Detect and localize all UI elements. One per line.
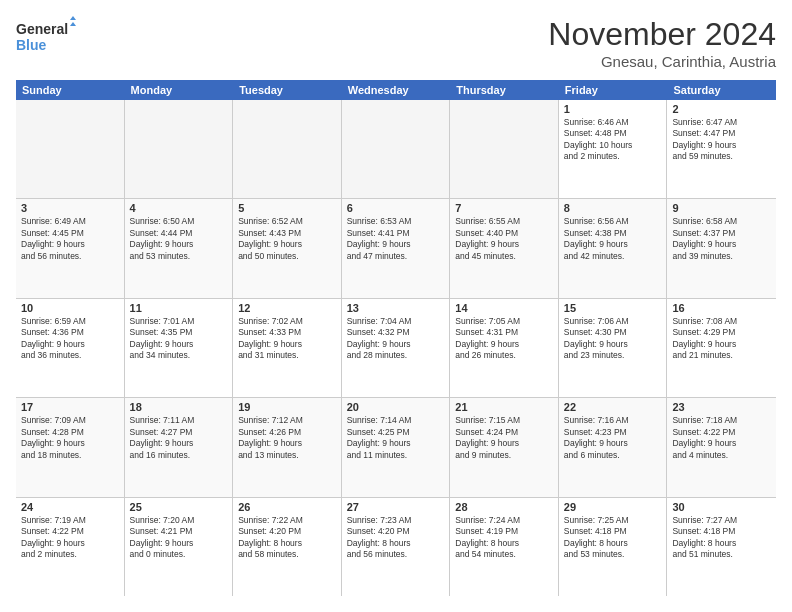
title-block: November 2024 Gnesau, Carinthia, Austria [548, 16, 776, 70]
day-info: Sunrise: 6:50 AMSunset: 4:44 PMDaylight:… [130, 216, 228, 262]
cal-cell-2-1: 11Sunrise: 7:01 AMSunset: 4:35 PMDayligh… [125, 299, 234, 397]
cal-cell-4-6: 30Sunrise: 7:27 AMSunset: 4:18 PMDayligh… [667, 498, 776, 596]
subtitle: Gnesau, Carinthia, Austria [548, 53, 776, 70]
cal-cell-3-2: 19Sunrise: 7:12 AMSunset: 4:26 PMDayligh… [233, 398, 342, 496]
day-info: Sunrise: 7:18 AMSunset: 4:22 PMDaylight:… [672, 415, 771, 461]
cal-cell-4-5: 29Sunrise: 7:25 AMSunset: 4:18 PMDayligh… [559, 498, 668, 596]
week-row-2: 10Sunrise: 6:59 AMSunset: 4:36 PMDayligh… [16, 299, 776, 398]
day-info: Sunrise: 6:53 AMSunset: 4:41 PMDaylight:… [347, 216, 445, 262]
day-number: 30 [672, 501, 771, 513]
day-info: Sunrise: 7:24 AMSunset: 4:19 PMDaylight:… [455, 515, 553, 561]
day-info: Sunrise: 6:59 AMSunset: 4:36 PMDaylight:… [21, 316, 119, 362]
day-info: Sunrise: 7:15 AMSunset: 4:24 PMDaylight:… [455, 415, 553, 461]
cal-cell-3-5: 22Sunrise: 7:16 AMSunset: 4:23 PMDayligh… [559, 398, 668, 496]
week-row-1: 3Sunrise: 6:49 AMSunset: 4:45 PMDaylight… [16, 199, 776, 298]
day-info: Sunrise: 7:25 AMSunset: 4:18 PMDaylight:… [564, 515, 662, 561]
cal-cell-1-2: 5Sunrise: 6:52 AMSunset: 4:43 PMDaylight… [233, 199, 342, 297]
header-day-3: Wednesday [342, 80, 451, 100]
cal-cell-0-4 [450, 100, 559, 198]
header-day-4: Thursday [450, 80, 559, 100]
header-day-0: Sunday [16, 80, 125, 100]
svg-text:General: General [16, 21, 68, 37]
day-number: 25 [130, 501, 228, 513]
day-number: 16 [672, 302, 771, 314]
day-number: 6 [347, 202, 445, 214]
calendar: SundayMondayTuesdayWednesdayThursdayFrid… [16, 80, 776, 596]
day-number: 10 [21, 302, 119, 314]
day-number: 21 [455, 401, 553, 413]
day-number: 7 [455, 202, 553, 214]
cal-cell-2-3: 13Sunrise: 7:04 AMSunset: 4:32 PMDayligh… [342, 299, 451, 397]
cal-cell-3-1: 18Sunrise: 7:11 AMSunset: 4:27 PMDayligh… [125, 398, 234, 496]
day-number: 29 [564, 501, 662, 513]
cal-cell-0-6: 2Sunrise: 6:47 AMSunset: 4:47 PMDaylight… [667, 100, 776, 198]
day-info: Sunrise: 7:16 AMSunset: 4:23 PMDaylight:… [564, 415, 662, 461]
day-number: 26 [238, 501, 336, 513]
week-row-3: 17Sunrise: 7:09 AMSunset: 4:28 PMDayligh… [16, 398, 776, 497]
cal-cell-3-3: 20Sunrise: 7:14 AMSunset: 4:25 PMDayligh… [342, 398, 451, 496]
day-number: 13 [347, 302, 445, 314]
cal-cell-4-4: 28Sunrise: 7:24 AMSunset: 4:19 PMDayligh… [450, 498, 559, 596]
cal-cell-4-2: 26Sunrise: 7:22 AMSunset: 4:20 PMDayligh… [233, 498, 342, 596]
day-info: Sunrise: 7:11 AMSunset: 4:27 PMDaylight:… [130, 415, 228, 461]
svg-marker-2 [70, 16, 76, 20]
day-number: 17 [21, 401, 119, 413]
cal-cell-0-1 [125, 100, 234, 198]
calendar-header: SundayMondayTuesdayWednesdayThursdayFrid… [16, 80, 776, 100]
week-row-0: 1Sunrise: 6:46 AMSunset: 4:48 PMDaylight… [16, 100, 776, 199]
day-info: Sunrise: 6:52 AMSunset: 4:43 PMDaylight:… [238, 216, 336, 262]
day-number: 18 [130, 401, 228, 413]
header-day-5: Friday [559, 80, 668, 100]
day-info: Sunrise: 6:46 AMSunset: 4:48 PMDaylight:… [564, 117, 662, 163]
cal-cell-1-6: 9Sunrise: 6:58 AMSunset: 4:37 PMDaylight… [667, 199, 776, 297]
day-info: Sunrise: 7:20 AMSunset: 4:21 PMDaylight:… [130, 515, 228, 561]
day-info: Sunrise: 7:14 AMSunset: 4:25 PMDaylight:… [347, 415, 445, 461]
cal-cell-0-3 [342, 100, 451, 198]
cal-cell-2-4: 14Sunrise: 7:05 AMSunset: 4:31 PMDayligh… [450, 299, 559, 397]
cal-cell-4-0: 24Sunrise: 7:19 AMSunset: 4:22 PMDayligh… [16, 498, 125, 596]
day-number: 19 [238, 401, 336, 413]
cal-cell-1-3: 6Sunrise: 6:53 AMSunset: 4:41 PMDaylight… [342, 199, 451, 297]
day-number: 4 [130, 202, 228, 214]
page: General Blue November 2024 Gnesau, Carin… [0, 0, 792, 612]
logo-svg: General Blue [16, 16, 76, 56]
day-number: 23 [672, 401, 771, 413]
day-info: Sunrise: 7:06 AMSunset: 4:30 PMDaylight:… [564, 316, 662, 362]
day-info: Sunrise: 7:27 AMSunset: 4:18 PMDaylight:… [672, 515, 771, 561]
cal-cell-2-5: 15Sunrise: 7:06 AMSunset: 4:30 PMDayligh… [559, 299, 668, 397]
cal-cell-4-1: 25Sunrise: 7:20 AMSunset: 4:21 PMDayligh… [125, 498, 234, 596]
cal-cell-1-4: 7Sunrise: 6:55 AMSunset: 4:40 PMDaylight… [450, 199, 559, 297]
day-info: Sunrise: 7:05 AMSunset: 4:31 PMDaylight:… [455, 316, 553, 362]
cal-cell-0-5: 1Sunrise: 6:46 AMSunset: 4:48 PMDaylight… [559, 100, 668, 198]
day-info: Sunrise: 7:22 AMSunset: 4:20 PMDaylight:… [238, 515, 336, 561]
week-row-4: 24Sunrise: 7:19 AMSunset: 4:22 PMDayligh… [16, 498, 776, 596]
day-number: 1 [564, 103, 662, 115]
cal-cell-3-4: 21Sunrise: 7:15 AMSunset: 4:24 PMDayligh… [450, 398, 559, 496]
cal-cell-2-0: 10Sunrise: 6:59 AMSunset: 4:36 PMDayligh… [16, 299, 125, 397]
month-title: November 2024 [548, 16, 776, 53]
day-number: 12 [238, 302, 336, 314]
day-number: 20 [347, 401, 445, 413]
day-info: Sunrise: 6:56 AMSunset: 4:38 PMDaylight:… [564, 216, 662, 262]
header-day-2: Tuesday [233, 80, 342, 100]
day-number: 28 [455, 501, 553, 513]
cal-cell-4-3: 27Sunrise: 7:23 AMSunset: 4:20 PMDayligh… [342, 498, 451, 596]
day-number: 22 [564, 401, 662, 413]
header: General Blue November 2024 Gnesau, Carin… [16, 16, 776, 70]
cal-cell-1-5: 8Sunrise: 6:56 AMSunset: 4:38 PMDaylight… [559, 199, 668, 297]
cal-cell-3-6: 23Sunrise: 7:18 AMSunset: 4:22 PMDayligh… [667, 398, 776, 496]
cal-cell-1-1: 4Sunrise: 6:50 AMSunset: 4:44 PMDaylight… [125, 199, 234, 297]
cal-cell-1-0: 3Sunrise: 6:49 AMSunset: 4:45 PMDaylight… [16, 199, 125, 297]
day-number: 11 [130, 302, 228, 314]
day-info: Sunrise: 6:55 AMSunset: 4:40 PMDaylight:… [455, 216, 553, 262]
day-number: 14 [455, 302, 553, 314]
day-number: 27 [347, 501, 445, 513]
day-number: 9 [672, 202, 771, 214]
day-number: 3 [21, 202, 119, 214]
cal-cell-2-2: 12Sunrise: 7:02 AMSunset: 4:33 PMDayligh… [233, 299, 342, 397]
day-info: Sunrise: 7:01 AMSunset: 4:35 PMDaylight:… [130, 316, 228, 362]
day-number: 24 [21, 501, 119, 513]
cal-cell-2-6: 16Sunrise: 7:08 AMSunset: 4:29 PMDayligh… [667, 299, 776, 397]
day-number: 5 [238, 202, 336, 214]
day-info: Sunrise: 7:23 AMSunset: 4:20 PMDaylight:… [347, 515, 445, 561]
